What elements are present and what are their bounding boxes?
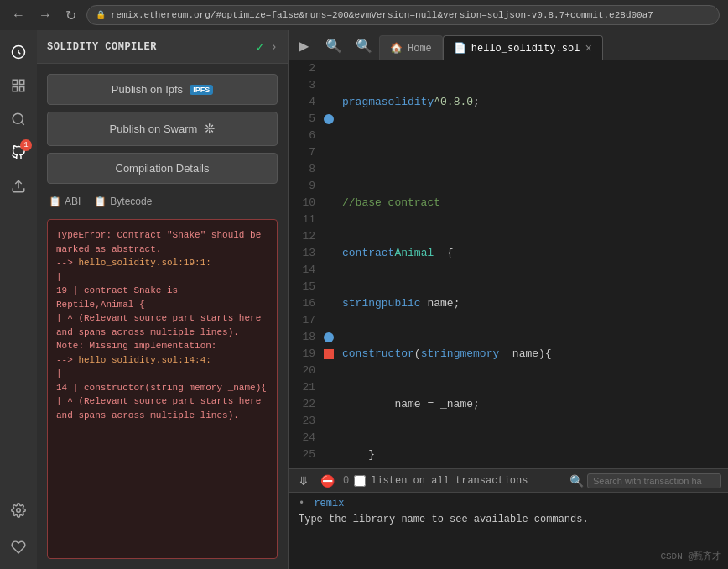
sidebar-item-search[interactable] [3, 104, 34, 134]
bottom-toolbar: ⤋ ⛔ 0 listen on all transactions 🔍 [289, 469, 728, 493]
breakpoint-18 [324, 332, 334, 342]
address-bar[interactable]: 🔒 remix.ethereum.org/#optimize=false&run… [86, 5, 720, 25]
search-tab-btn[interactable]: 🔍 [319, 30, 349, 60]
terminal-line-2: Type the library name to see available c… [299, 512, 718, 528]
search-tx-input[interactable] [587, 473, 721, 488]
abi-button[interactable]: 📋 ABI [47, 194, 82, 209]
sidebar-item-files[interactable] [3, 70, 34, 101]
abi-icon: 📋 [49, 196, 61, 207]
reload-button[interactable]: ↻ [62, 6, 80, 25]
zoom-out-tab[interactable]: 🔍 [349, 30, 379, 60]
icon-bar: 1 [0, 30, 37, 569]
terminal-hint: Type the library name to see available c… [299, 514, 589, 525]
listen-checkbox[interactable] [354, 475, 366, 487]
top-bar: ← → ↻ 🔒 remix.ethereum.org/#optimize=fal… [0, 0, 728, 30]
svg-point-1 [13, 113, 23, 123]
home-tab-icon: 🏠 [390, 42, 403, 55]
remix-text: remix [314, 498, 344, 509]
breakpoint-5 [324, 114, 334, 124]
svg-point-3 [17, 509, 21, 513]
sidebar-item-deploy[interactable] [3, 171, 34, 201]
compiler-panel: SOLIDITY COMPILER ✓ › Publish on Ipfs IP… [37, 30, 289, 569]
tab-file[interactable]: 📄 hello_solidity.sol × [443, 35, 603, 60]
sidebar-item-settings-bottom[interactable] [3, 495, 34, 525]
abi-bytecode-row: 📋 ABI 📋 Bytecode [47, 191, 278, 212]
sidebar-item-home[interactable] [3, 37, 34, 67]
bytecode-label: Bytecode [110, 196, 152, 207]
search-tx-icon[interactable]: 🔍 [569, 474, 584, 488]
notification-badge: 1 [20, 139, 32, 151]
url-text: remix.ethereum.org/#optimize=false&runs=… [111, 10, 653, 20]
main-layout: 1 SOLIDITY COMPILER ✓ › Publis [0, 30, 728, 569]
back-button[interactable]: ← [8, 6, 29, 24]
search-tx-box: 🔍 [569, 473, 721, 488]
bytecode-icon: 📋 [94, 196, 107, 207]
expand-terminal-btn[interactable]: ⤋ [295, 472, 312, 489]
line-indicators [322, 60, 335, 468]
publish-ipfs-label: Publish on Ipfs [112, 83, 183, 96]
publish-ipfs-button[interactable]: Publish on Ipfs IPFS [47, 74, 278, 105]
compilation-details-label: Compilation Details [116, 162, 210, 175]
publish-swarm-button[interactable]: Publish on Swarm ❊ [47, 112, 278, 146]
bytecode-button[interactable]: 📋 Bytecode [92, 194, 153, 209]
chevron-icon[interactable]: › [271, 40, 278, 54]
compilation-details-button[interactable]: Compilation Details [47, 153, 278, 184]
error-text: TypeError: Contract "Snake" should be ma… [56, 230, 267, 420]
compiler-header: SOLIDITY COMPILER ✓ › [37, 30, 288, 64]
compiler-title: SOLIDITY COMPILER [47, 41, 249, 53]
bullet-icon: • [299, 498, 304, 509]
terminal-line-1: • remix [299, 496, 718, 512]
lock-icon: 🔒 [96, 10, 106, 20]
compiler-body: Publish on Ipfs IPFS Publish on Swarm ❊ … [37, 64, 288, 569]
sidebar-item-gear[interactable] [3, 532, 34, 562]
error-box: TypeError: Contract "Snake" should be ma… [47, 219, 278, 559]
error-indicator-19 [324, 349, 334, 359]
file-tab-label: hello_solidity.sol [471, 43, 580, 55]
editor-area: ▶ 🔍 🔍 🏠 Home 📄 hello_solidity.sol × 2 3 … [289, 30, 728, 569]
sidebar-item-compiler[interactable]: 1 [3, 138, 34, 168]
file-tab-icon: 📄 [454, 42, 466, 55]
line-numbers: 2 3 4 5 6 7 8 9 10 11 12 13 14 15 16 17 … [289, 60, 322, 468]
code-editor[interactable]: 2 3 4 5 6 7 8 9 10 11 12 13 14 15 16 17 … [289, 60, 728, 468]
home-tab-label: Home [408, 43, 432, 55]
swarm-icon: ❊ [204, 121, 215, 137]
abi-label: ABI [65, 196, 81, 207]
close-tab-button[interactable]: × [585, 43, 591, 55]
clear-terminal-btn[interactable]: ⛔ [317, 472, 338, 489]
tab-bar: ▶ 🔍 🔍 🏠 Home 📄 hello_solidity.sol × [289, 30, 728, 60]
tab-home[interactable]: 🏠 Home [379, 35, 443, 60]
listen-label: listen on all transactions [371, 475, 528, 487]
check-icon: ✓ [256, 39, 264, 55]
terminal-toggle[interactable]: ▶ [289, 30, 319, 60]
watermark: CSDN @甄齐才 [660, 550, 721, 562]
ipfs-badge: IPFS [190, 85, 213, 95]
tx-count: 0 [343, 475, 349, 487]
publish-swarm-label: Publish on Swarm [110, 123, 198, 135]
forward-button[interactable]: → [35, 6, 55, 24]
code-content: pragma solidity ^0.8.0; //base contract … [335, 60, 728, 468]
